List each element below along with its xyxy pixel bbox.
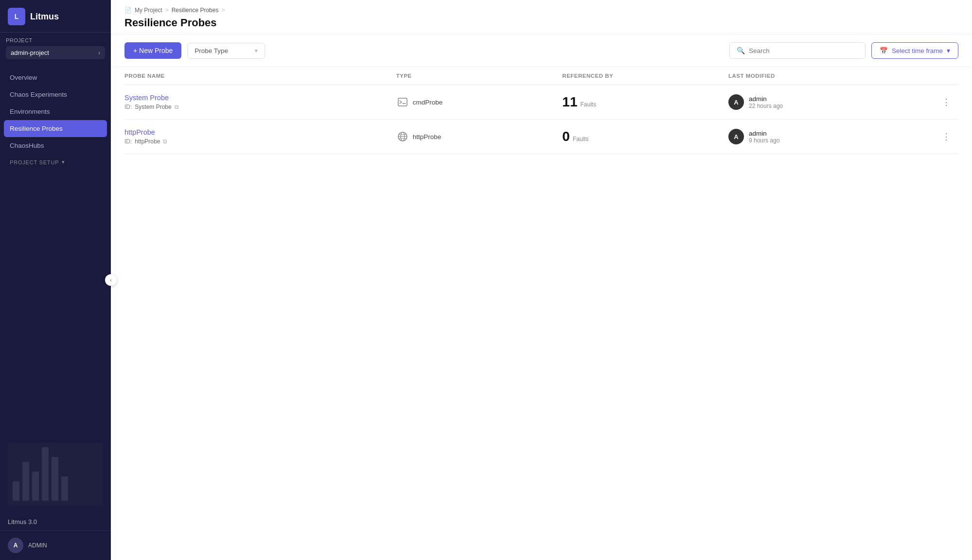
page-title: Resilience Probes — [124, 17, 958, 29]
project-label: Project — [6, 37, 105, 43]
main-content: 📄 My Project > Resilience Probes > Resil… — [111, 0, 972, 560]
toolbar: + New Probe Probe Type ▾ 🔍 📅 Select time… — [111, 35, 972, 67]
preview-chart — [8, 442, 103, 506]
chart-bar — [52, 457, 58, 501]
col-header-actions — [934, 73, 958, 79]
sidebar-preview — [0, 438, 111, 513]
ref-count: 0 — [562, 129, 570, 144]
modified-col: A admin 22 hours ago — [728, 94, 926, 110]
probe-id-value: System Probe — [135, 104, 171, 110]
probe-id-label: ID: — [124, 138, 132, 145]
col-header-last-modified: LAST MODIFIED — [728, 73, 926, 79]
probe-id-label: ID: — [124, 104, 132, 110]
probe-type-dropdown[interactable]: Probe Type ▾ — [187, 43, 265, 59]
cmd-probe-icon — [396, 96, 409, 108]
table-row: httpProbe ID: httpProbe ⧉ — [124, 120, 958, 154]
probe-type-label: Probe Type — [194, 47, 228, 54]
sidebar-nav: Overview Chaos Experiments Environments … — [0, 61, 111, 438]
sidebar-collapse-button[interactable]: ‹ — [105, 274, 117, 286]
modified-user: admin — [749, 130, 779, 137]
probe-id-row: ID: System Probe ⧉ — [124, 104, 389, 110]
logo-area: L Litmus — [0, 0, 111, 33]
time-frame-label: Select time frame — [892, 47, 943, 54]
logo-icon: L — [8, 8, 25, 25]
sidebar-item-chaos-experiments[interactable]: Chaos Experiments — [0, 86, 111, 103]
logo-text: Litmus — [30, 12, 59, 22]
chart-bar — [61, 476, 68, 501]
col-header-referenced-by: REFERENCED BY — [562, 73, 721, 79]
ref-by-col: 0 Faults — [562, 129, 721, 144]
probe-type-col: cmdProbe — [396, 96, 555, 108]
user-avatar: A — [8, 538, 23, 553]
more-options-button[interactable]: ⋮ — [938, 129, 954, 144]
sidebar-item-overview[interactable]: Overview — [0, 69, 111, 86]
svg-rect-0 — [398, 98, 407, 106]
probe-name-link[interactable]: httpProbe — [124, 128, 389, 136]
breadcrumb-project-link[interactable]: My Project — [135, 7, 162, 14]
search-input[interactable] — [749, 47, 858, 54]
table-header: PROBE NAME TYPE REFERENCED BY LAST MODIF… — [124, 67, 958, 85]
modified-time: 9 hours ago — [749, 137, 779, 144]
sidebar: L Litmus Project admin-project › Overvie… — [0, 0, 111, 560]
time-frame-button[interactable]: 📅 Select time frame ▾ — [871, 42, 958, 59]
ref-label: Faults — [573, 136, 589, 142]
table-row: System Probe ID: System Probe ⧉ cmdProbe — [124, 85, 958, 120]
modified-col: A admin 9 hours ago — [728, 129, 926, 144]
modified-user: admin — [749, 95, 783, 103]
chevron-right-icon: › — [98, 50, 100, 56]
modified-info: admin 9 hours ago — [749, 130, 779, 144]
actions-col: ⋮ — [934, 129, 958, 144]
breadcrumb-sep1: > — [165, 7, 169, 14]
project-setup-label: PROJECT SETUP — [10, 159, 59, 165]
project-selector[interactable]: admin-project › — [6, 46, 105, 59]
probe-name-col: httpProbe ID: httpProbe ⧉ — [124, 128, 389, 145]
calendar-icon: 📅 — [880, 47, 888, 54]
search-icon: 🔍 — [737, 47, 745, 54]
modified-time: 22 hours ago — [749, 103, 783, 109]
col-header-probe-name: PROBE NAME — [124, 73, 389, 79]
copy-icon[interactable]: ⧉ — [163, 138, 167, 145]
search-box: 🔍 — [729, 42, 866, 59]
probe-id-row: ID: httpProbe ⧉ — [124, 138, 389, 145]
probe-type-chevron-icon: ▾ — [255, 48, 258, 54]
chevron-down-icon: ▾ — [62, 159, 65, 165]
http-probe-icon — [396, 130, 409, 143]
copy-icon[interactable]: ⧉ — [175, 104, 179, 110]
sidebar-item-environments[interactable]: Environments — [0, 103, 111, 120]
probes-table: PROBE NAME TYPE REFERENCED BY LAST MODIF… — [111, 67, 972, 560]
top-bar: 📄 My Project > Resilience Probes > Resil… — [111, 0, 972, 35]
probe-name-col: System Probe ID: System Probe ⧉ — [124, 94, 389, 110]
ref-label: Faults — [580, 101, 596, 108]
probe-id-value: httpProbe — [135, 138, 160, 145]
sidebar-item-chaoshubs[interactable]: ChaosHubs — [0, 137, 111, 154]
sidebar-item-resilience-probes[interactable]: Resilience Probes — [4, 120, 107, 137]
chart-bar — [42, 447, 49, 501]
new-probe-button[interactable]: + New Probe — [124, 42, 181, 59]
actions-col: ⋮ — [934, 95, 958, 109]
ref-by-col: 11 Faults — [562, 94, 721, 110]
chart-bar — [32, 472, 39, 501]
project-name: admin-project — [11, 49, 49, 56]
user-label: ADMIN — [28, 542, 47, 549]
time-frame-chevron-icon: ▾ — [947, 47, 950, 54]
breadcrumb: 📄 My Project > Resilience Probes > — [124, 7, 958, 14]
avatar: A — [728, 129, 744, 144]
probe-name-link[interactable]: System Probe — [124, 94, 389, 102]
project-setup-section[interactable]: PROJECT SETUP ▾ — [0, 154, 111, 170]
litmus-version: Litmus 3.0 — [0, 513, 111, 530]
chart-bar — [13, 481, 19, 501]
probe-type-name: cmdProbe — [413, 99, 443, 106]
probe-type-col: httpProbe — [396, 130, 555, 143]
avatar: A — [728, 94, 744, 110]
probe-type-name: httpProbe — [413, 133, 442, 140]
more-options-button[interactable]: ⋮ — [938, 95, 954, 109]
chart-bar — [22, 462, 29, 501]
breadcrumb-sep2: > — [221, 7, 225, 14]
col-header-type: TYPE — [396, 73, 555, 79]
modified-info: admin 22 hours ago — [749, 95, 783, 109]
doc-icon: 📄 — [124, 7, 132, 14]
user-section: A ADMIN — [0, 530, 111, 560]
breadcrumb-current: Resilience Probes — [172, 7, 219, 14]
ref-count: 11 — [562, 94, 577, 110]
